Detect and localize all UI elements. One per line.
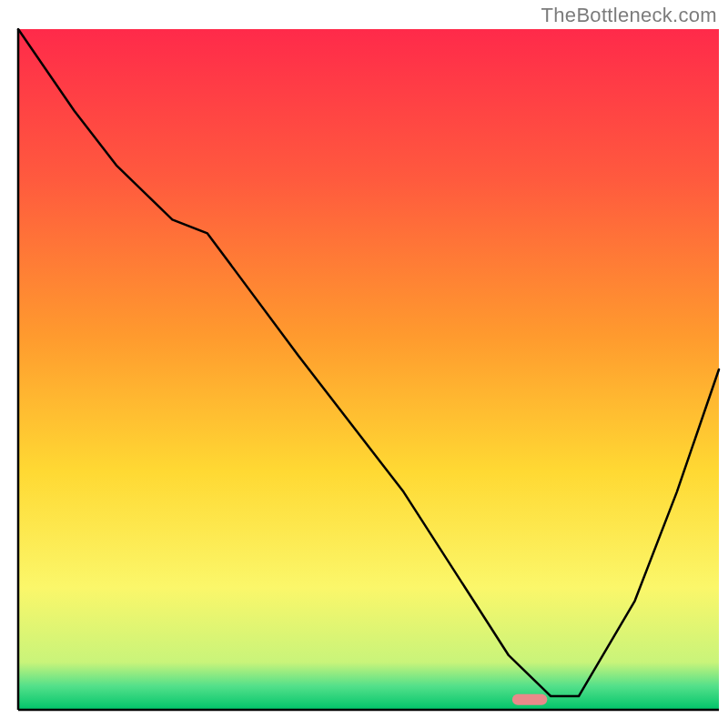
bottleneck-chart (0, 0, 728, 728)
watermark-text: TheBottleneck.com (541, 4, 717, 27)
plot-area (18, 29, 719, 710)
chart-container: { "watermark": "TheBottleneck.com", "cha… (0, 0, 728, 728)
optimal-marker (512, 694, 548, 705)
